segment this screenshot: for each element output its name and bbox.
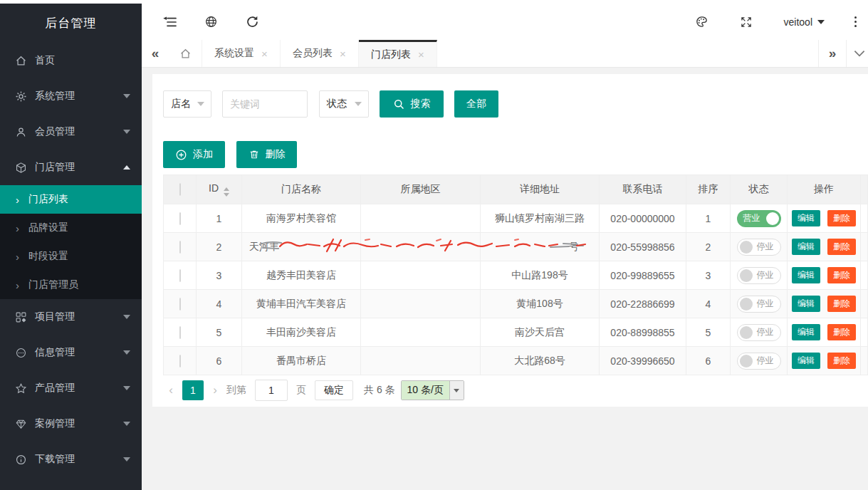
keyword-input[interactable] [222, 90, 308, 118]
delete-button[interactable]: 删除 [827, 324, 856, 340]
member-icon [14, 125, 27, 138]
sidebar-item-label: 案例管理 [35, 417, 123, 430]
goto-confirm-button[interactable]: 确定 [315, 380, 353, 400]
filler-cell [861, 261, 868, 290]
cell-phone: 020-22886699 [600, 290, 686, 318]
cell-sort: 5 [686, 318, 731, 347]
tab-门店列表[interactable]: 门店列表× [359, 40, 437, 67]
row-checkbox[interactable] [179, 212, 181, 225]
cell-name: 越秀丰田美容店 [242, 261, 361, 290]
chevron-down-icon [123, 130, 130, 134]
user-dropdown[interactable]: veitool [784, 16, 825, 28]
toggle-knob [740, 298, 753, 311]
batch-delete-button[interactable]: 删除 [236, 141, 297, 168]
delete-button[interactable]: 删除 [827, 239, 856, 254]
collapse-sidebar-icon[interactable] [162, 14, 177, 30]
tabs-menu-button[interactable] [847, 40, 868, 67]
sidebar-item-label: 信息管理 [35, 346, 123, 359]
close-icon[interactable]: × [261, 48, 268, 60]
row-select-cell [164, 318, 197, 347]
row-checkbox[interactable] [179, 298, 181, 311]
row-checkbox[interactable] [179, 355, 181, 368]
sidebar-subitem[interactable]: ›门店管理员 [0, 271, 142, 299]
status-toggle[interactable]: 停业 [737, 324, 781, 341]
sort-icon[interactable] [224, 187, 229, 197]
cell-id: 3 [197, 261, 242, 290]
select-all-checkbox[interactable] [179, 183, 181, 196]
sidebar-subitem[interactable]: ›门店列表 [0, 185, 142, 214]
edit-button[interactable]: 编辑 [792, 210, 820, 226]
current-page-button[interactable]: 1 [182, 380, 204, 400]
sidebar-subitem[interactable]: ›品牌设置 [0, 214, 142, 242]
row-checkbox[interactable] [179, 269, 181, 282]
page-size-value: 10 条/页 [402, 381, 449, 400]
delete-button[interactable]: 删除 [827, 296, 856, 311]
edit-button[interactable]: 编辑 [792, 353, 820, 368]
sidebar-item-label: 会员管理 [35, 125, 123, 138]
tabs-scroll-right-button[interactable]: » [818, 40, 847, 67]
total-count-label: 共 6 条 [364, 384, 395, 397]
page-size-select[interactable]: 10 条/页 [401, 380, 464, 400]
column-header-排序: 排序 [686, 175, 731, 204]
cell-sort: 6 [686, 347, 731, 375]
tab-home[interactable] [169, 40, 202, 67]
theme-icon[interactable] [694, 14, 710, 30]
all-button[interactable]: 全部 [454, 90, 498, 118]
sidebar-menu: 首页系统管理会员管理门店管理›门店列表›品牌设置›时段设置›门店管理员项目管理信… [0, 43, 142, 477]
edit-button[interactable]: 编辑 [792, 324, 820, 340]
status-select[interactable]: 状态 [319, 90, 369, 118]
chevron-down-icon [123, 457, 130, 462]
sidebar-subitem[interactable]: ›时段设置 [0, 242, 142, 271]
cell-status: 营业 [731, 204, 788, 233]
delete-button[interactable]: 删除 [827, 210, 856, 226]
sidebar-item-4[interactable]: 项目管理 [0, 299, 142, 335]
delete-button[interactable]: 删除 [827, 353, 856, 368]
tab-会员列表[interactable]: 会员列表× [281, 40, 359, 67]
table-row-5: 5丰田南沙美容店南沙天后宫020-889988555停业编辑删除 [164, 318, 868, 347]
search-button[interactable]: 搜索 [380, 90, 444, 118]
goto-page-input[interactable] [255, 380, 288, 401]
row-checkbox[interactable] [179, 326, 181, 339]
sidebar-item-5[interactable]: 信息管理 [0, 335, 142, 370]
status-toggle[interactable]: 停业 [737, 267, 781, 284]
cell-ops: 编辑删除 [788, 233, 861, 261]
cell-region [361, 233, 481, 261]
sidebar-item-8[interactable]: 下载管理 [0, 442, 142, 477]
cell-ops: 编辑删除 [788, 290, 861, 318]
table-row-6: 6番禺市桥店大北路68号020-399966506停业编辑删除 [164, 347, 868, 375]
delete-button[interactable]: 删除 [827, 267, 856, 283]
field-select[interactable]: 店名 [163, 90, 211, 118]
row-select-cell [164, 233, 197, 261]
prev-page-button[interactable]: ‹ [163, 383, 179, 397]
table-row-3: 3越秀丰田美容店中山路198号020-998896553停业编辑删除 [164, 261, 868, 290]
sidebar-item-3[interactable]: 门店管理 [0, 150, 142, 185]
status-toggle[interactable]: 营业 [737, 210, 781, 227]
status-toggle[interactable]: 停业 [737, 239, 781, 256]
edit-button[interactable]: 编辑 [792, 296, 820, 311]
sidebar-item-2[interactable]: 会员管理 [0, 114, 142, 150]
row-checkbox[interactable] [179, 241, 181, 254]
status-toggle[interactable]: 停业 [737, 296, 781, 313]
edit-button[interactable]: 编辑 [792, 239, 820, 254]
sidebar-item-0[interactable]: 首页 [0, 43, 142, 78]
close-icon[interactable]: × [340, 48, 346, 60]
close-icon[interactable]: × [418, 48, 424, 61]
sidebar-item-7[interactable]: 案例管理 [0, 406, 142, 442]
language-icon[interactable] [203, 14, 219, 30]
cell-phone: 020-39996650 [600, 347, 686, 375]
next-page-button[interactable]: › [207, 383, 223, 397]
tabs-scroll-left-button[interactable]: « [142, 40, 169, 67]
kebab-icon[interactable] [854, 16, 857, 27]
add-button[interactable]: 添加 [163, 141, 225, 168]
filler-cell [861, 290, 868, 318]
status-toggle[interactable]: 停业 [737, 353, 781, 370]
chevron-down-icon [123, 422, 130, 426]
refresh-icon[interactable] [244, 14, 260, 30]
edit-button[interactable]: 编辑 [792, 267, 820, 283]
sidebar-item-1[interactable]: 系统管理 [0, 78, 142, 114]
tab-系统设置[interactable]: 系统设置× [202, 40, 281, 67]
search-button-label: 搜索 [411, 98, 431, 110]
fullscreen-icon[interactable] [738, 14, 754, 30]
sidebar-item-6[interactable]: 产品管理 [0, 370, 142, 406]
filler-cell [861, 233, 868, 261]
